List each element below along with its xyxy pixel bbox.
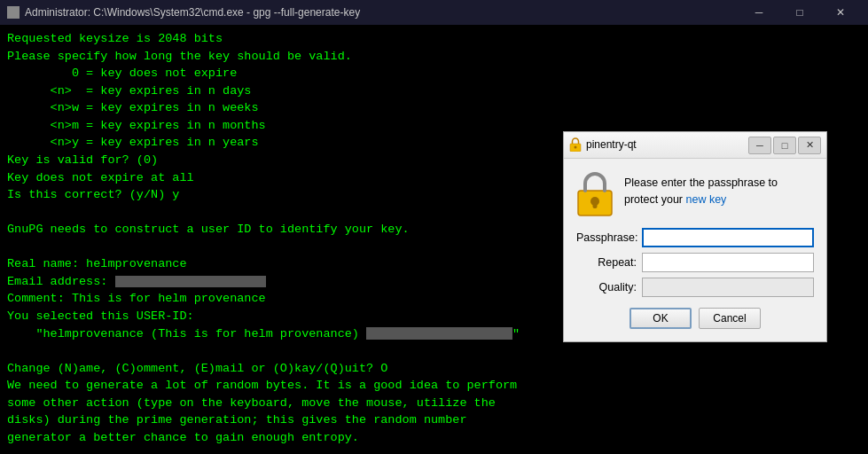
pinentry-title-bar: pinentry-qt ─ □ ✕	[564, 132, 826, 159]
pinentry-body: Please enter the passphrase to protect y…	[564, 159, 826, 341]
cmd-icon	[7, 6, 20, 19]
email-redact-2	[366, 327, 512, 340]
maximize-button[interactable]: □	[779, 0, 820, 25]
quality-bar	[642, 278, 814, 297]
cancel-button[interactable]: Cancel	[699, 308, 761, 329]
pinentry-lock-icon-small	[569, 137, 582, 152]
repeat-label: Repeat:	[576, 254, 637, 270]
pinentry-lock-icon-big	[576, 171, 614, 217]
title-bar-controls: ─ □ ✕	[739, 0, 861, 25]
repeat-row: Repeat:	[576, 253, 814, 272]
repeat-input[interactable]	[642, 253, 814, 272]
window-title: Administrator: C:\Windows\System32\cmd.e…	[25, 6, 360, 19]
pinentry-close-button[interactable]: ✕	[798, 137, 821, 154]
email-redact-1	[115, 276, 266, 288]
svg-point-1	[575, 146, 577, 149]
pinentry-title-text: pinentry-qt	[586, 137, 637, 153]
title-bar-left: Administrator: C:\Windows\System32\cmd.e…	[7, 6, 360, 19]
title-bar: Administrator: C:\Windows\System32\cmd.e…	[0, 0, 868, 25]
pinentry-dialog: pinentry-qt ─ □ ✕ Please enter the passp…	[563, 131, 827, 342]
pinentry-maximize-button[interactable]: □	[773, 137, 796, 154]
pinentry-minimize-button[interactable]: ─	[748, 137, 771, 154]
passphrase-input[interactable]	[642, 228, 814, 247]
pinentry-fields: Passphrase: Repeat: Quality:	[576, 228, 814, 297]
pinentry-buttons: OK Cancel	[576, 308, 814, 333]
minimize-button[interactable]: ─	[739, 0, 779, 25]
close-button[interactable]: ✕	[820, 0, 861, 25]
svg-rect-4	[593, 201, 598, 208]
passphrase-row: Passphrase:	[576, 228, 814, 247]
passphrase-label: Passphrase:	[576, 230, 637, 246]
quality-row: Quality:	[576, 278, 814, 297]
quality-label: Quality:	[576, 279, 637, 295]
pinentry-title-left: pinentry-qt	[569, 137, 637, 153]
ok-button[interactable]: OK	[629, 308, 692, 329]
terminal-window: Requested keysize is 2048 bits Please sp…	[0, 25, 868, 454]
pinentry-description: Please enter the passphrase to protect y…	[624, 171, 778, 217]
pinentry-top-section: Please enter the passphrase to protect y…	[576, 171, 814, 217]
pinentry-title-controls: ─ □ ✕	[748, 137, 821, 154]
